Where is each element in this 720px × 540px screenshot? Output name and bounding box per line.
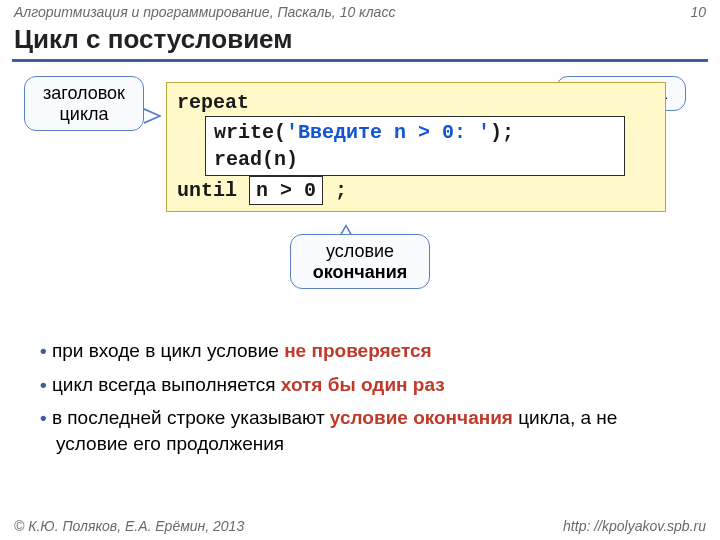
callout-header-text: заголовок цикла — [43, 83, 125, 124]
bullet-list: при входе в цикл условие не проверяется … — [40, 338, 690, 457]
code-diagram: заголовок цикла тело цикла repeat write(… — [20, 72, 700, 322]
code-semi: ; — [323, 179, 347, 202]
callout-header-tail — [144, 108, 162, 124]
b1-text: при входе в цикл условие — [52, 340, 284, 361]
title-underline — [12, 59, 708, 62]
b2-emph: хотя бы один раз — [281, 374, 445, 395]
code-until-line: until n > 0 ; — [177, 176, 655, 205]
callout-cond-l1: условие — [326, 241, 394, 261]
code-write-str: 'Введите n > 0: ' — [286, 121, 490, 144]
code-until: until — [177, 179, 249, 202]
code-write-r: ); — [490, 121, 514, 144]
b3-emph: условие окончания — [330, 407, 513, 428]
callout-loop-header: заголовок цикла — [24, 76, 144, 131]
footer-bar: © К.Ю. Поляков, Е.А. Ерёмин, 2013 http: … — [0, 518, 720, 534]
loop-body-box: write('Введите n > 0: '); read(n) — [205, 116, 625, 176]
code-cond-box: n > 0 — [249, 176, 323, 205]
list-item: цикл всегда выполняется хотя бы один раз — [40, 372, 690, 398]
list-item: при входе в цикл условие не проверяется — [40, 338, 690, 364]
source-url: http: //kpolyakov.spb.ru — [563, 518, 706, 534]
b2-text: цикл всегда выполняется — [52, 374, 281, 395]
copyright: © К.Ю. Поляков, Е.А. Ерёмин, 2013 — [14, 518, 244, 534]
callout-termination-condition: условие окончания — [290, 234, 430, 289]
code-write-l: write( — [214, 121, 286, 144]
page-number: 10 — [690, 4, 706, 20]
code-repeat: repeat — [177, 89, 655, 116]
list-item: в последней строке указывают условие око… — [40, 405, 690, 456]
b3-text: в последней строке указывают — [52, 407, 330, 428]
b1-emph: не проверяется — [284, 340, 431, 361]
header-bar: Алгоритмизация и программирование, Паска… — [0, 0, 720, 22]
course-label: Алгоритмизация и программирование, Паска… — [14, 4, 395, 20]
callout-cond-l2: окончания — [313, 262, 408, 282]
code-read: read(n) — [214, 148, 298, 171]
code-block: repeat write('Введите n > 0: '); read(n)… — [166, 82, 666, 212]
page-title: Цикл с постусловием — [0, 22, 720, 59]
